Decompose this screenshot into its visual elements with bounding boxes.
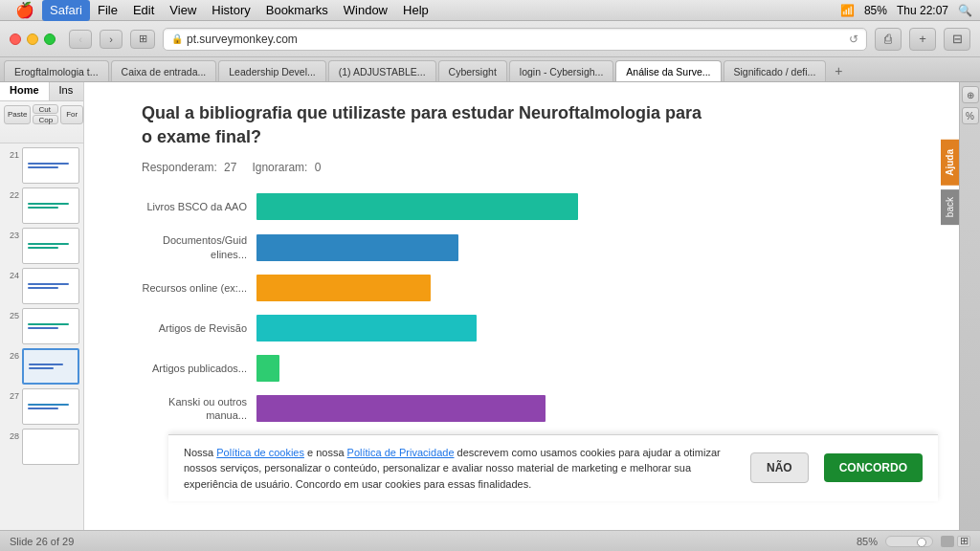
tab-overview-button[interactable]: ⊞ xyxy=(130,30,155,49)
chart-bar-5 xyxy=(256,395,546,422)
forward-button[interactable]: › xyxy=(100,30,122,49)
tab-bar: Erogftalmologia t... Caixa de entrada...… xyxy=(0,57,980,82)
url-text: pt.surveymonkey.com xyxy=(187,33,298,46)
chart-bar-container-4 xyxy=(256,355,716,382)
chart-bar-container-2 xyxy=(256,275,716,301)
status-bar: Slide 26 of 29 85% ⊞ xyxy=(0,530,980,551)
search-icon[interactable]: 🔍 xyxy=(958,4,972,17)
web-content: Qual a bibliografia que utilizaste para … xyxy=(84,82,959,530)
slide-item-26[interactable]: 26 xyxy=(4,348,79,385)
address-bar[interactable]: 🔒 pt.surveymonkey.com ↺ xyxy=(163,28,867,51)
menu-right: 📶 85% Thu 22:07 🔍 xyxy=(840,4,972,17)
view-menu[interactable]: View xyxy=(162,0,204,21)
cookie-link-2[interactable]: Política de Privacidade xyxy=(347,447,455,458)
cookie-yes-button[interactable]: CONCORDO xyxy=(824,453,923,482)
tab-2[interactable]: Leadership Devel... xyxy=(218,60,325,81)
normal-view-btn[interactable] xyxy=(941,536,954,547)
title-bar: ‹ › ⊞ 🔒 pt.surveymonkey.com ↺ ⎙ + ⊟ xyxy=(0,21,980,57)
safari-menu[interactable]: Safari xyxy=(42,0,90,21)
chart-row-5: Kanski ou outros manua... xyxy=(142,395,716,423)
chart-bar-0 xyxy=(256,193,578,220)
tab-0[interactable]: Erogftalmologia t... xyxy=(4,60,109,81)
maximize-button[interactable] xyxy=(44,33,56,45)
format-button[interactable]: For xyxy=(60,105,83,124)
new-tab-button[interactable]: + xyxy=(909,28,936,51)
chart-label-1: Documentos/Guid elines... xyxy=(142,233,256,261)
close-button[interactable] xyxy=(10,33,21,45)
sidebar-button[interactable]: ⊟ xyxy=(944,28,970,51)
chart-label-5: Kanski ou outros manua... xyxy=(142,395,256,423)
chart-row-0: Livros BSCO da AAO xyxy=(142,193,716,220)
slide-item-27[interactable]: 27 xyxy=(4,388,79,425)
responded-label: Responderam: 27 xyxy=(142,161,236,174)
chart-row-2: Recursos online (ex:... xyxy=(142,275,716,301)
view-controls: ⊞ xyxy=(941,536,970,547)
tab-1[interactable]: Caixa de entrada... xyxy=(111,60,217,81)
ribbon-tab-home[interactable]: Home xyxy=(0,82,50,100)
bookmarks-menu[interactable]: Bookmarks xyxy=(258,0,336,21)
refresh-icon[interactable]: ↺ xyxy=(849,33,858,46)
chart-bar-container-1 xyxy=(256,234,716,261)
browser-window: ‹ › ⊞ 🔒 pt.surveymonkey.com ↺ ⎙ + ⊟ Erog… xyxy=(0,21,980,551)
traffic-lights xyxy=(10,33,56,45)
file-menu[interactable]: File xyxy=(90,0,125,21)
slide-item-24[interactable]: 24 xyxy=(4,268,79,304)
chart-bar-3 xyxy=(256,315,477,342)
right-panel: ⊕ % xyxy=(959,82,980,530)
cookie-banner: Nossa Política de cookies e nossa Políti… xyxy=(168,434,938,502)
tab-5[interactable]: login - Cybersigh... xyxy=(509,60,614,81)
slide-list[interactable]: 21 22 23 24 25 xyxy=(0,143,83,530)
cookie-no-button[interactable]: NÃO xyxy=(750,452,809,483)
zoom-slider[interactable] xyxy=(885,536,933,547)
zoom-level: 85% xyxy=(857,536,878,547)
slide-item-28[interactable]: 28 xyxy=(4,429,79,465)
chart-label-0: Livros BSCO da AAO xyxy=(142,200,256,213)
survey-question: Qual a bibliografia que utilizaste para … xyxy=(142,101,716,149)
chart-bar-4 xyxy=(256,355,279,382)
apple-menu[interactable]: 🍎 xyxy=(8,0,42,21)
help-menu[interactable]: Help xyxy=(395,0,436,21)
grid-view-btn[interactable]: ⊞ xyxy=(957,536,970,547)
cookie-link-1[interactable]: Política de cookies xyxy=(216,447,304,458)
minimize-button[interactable] xyxy=(27,33,38,45)
back-tab[interactable]: back xyxy=(941,189,959,225)
back-button[interactable]: ‹ xyxy=(69,30,92,49)
content-area: Home Ins Paste Cut Cop For xyxy=(0,82,980,530)
status-right: 85% ⊞ xyxy=(857,536,970,547)
share-button[interactable]: ⎙ xyxy=(875,28,902,51)
slide-item-21[interactable]: 21 xyxy=(4,147,79,184)
slide-item-22[interactable]: 22 xyxy=(4,187,79,224)
clock: Thu 22:07 xyxy=(897,4,948,17)
chart-bar-container-3 xyxy=(256,315,716,342)
tab-4[interactable]: Cybersight xyxy=(438,60,507,81)
chart-row-1: Documentos/Guid elines... xyxy=(142,233,716,261)
ribbon-tab-insert[interactable]: Ins xyxy=(50,82,83,100)
tab-3[interactable]: (1) ADJUSTABLE... xyxy=(328,60,436,81)
window-menu[interactable]: Window xyxy=(336,0,395,21)
panel-btn-1[interactable]: ⊕ xyxy=(962,86,979,103)
chart-label-2: Recursos online (ex:... xyxy=(142,281,256,295)
ajuda-tab[interactable]: Ajuda xyxy=(941,140,959,186)
ppt-sidebar: Home Ins Paste Cut Cop For xyxy=(0,82,84,530)
history-menu[interactable]: History xyxy=(204,0,257,21)
slide-item-23[interactable]: 23 xyxy=(4,228,79,264)
chart-bar-1 xyxy=(256,234,458,261)
battery-status: 85% xyxy=(864,4,887,17)
tab-6[interactable]: Análise da Surve... xyxy=(615,60,721,81)
copy-button[interactable]: Cop xyxy=(33,115,58,124)
side-tabs: Ajuda back xyxy=(941,140,959,225)
lock-icon: 🔒 xyxy=(171,33,183,44)
add-tab-button[interactable]: + xyxy=(828,62,849,79)
cut-button[interactable]: Cut xyxy=(33,104,58,114)
chart-area: Livros BSCO da AAODocumentos/Guid elines… xyxy=(142,193,716,422)
paste-button[interactable]: Paste xyxy=(4,105,31,124)
chart-row-4: Artigos publicados... xyxy=(142,355,716,382)
panel-btn-2[interactable]: % xyxy=(962,107,979,124)
survey-container: Qual a bibliografia que utilizaste para … xyxy=(84,82,754,490)
edit-menu[interactable]: Edit xyxy=(125,0,162,21)
slide-item-25[interactable]: 25 xyxy=(4,308,79,344)
slide-info: Slide 26 of 29 xyxy=(10,536,74,547)
chart-bar-container-5 xyxy=(256,395,716,422)
tab-7[interactable]: Significado / defi... xyxy=(724,60,827,81)
menu-bar: 🍎 Safari File Edit View History Bookmark… xyxy=(0,0,980,21)
